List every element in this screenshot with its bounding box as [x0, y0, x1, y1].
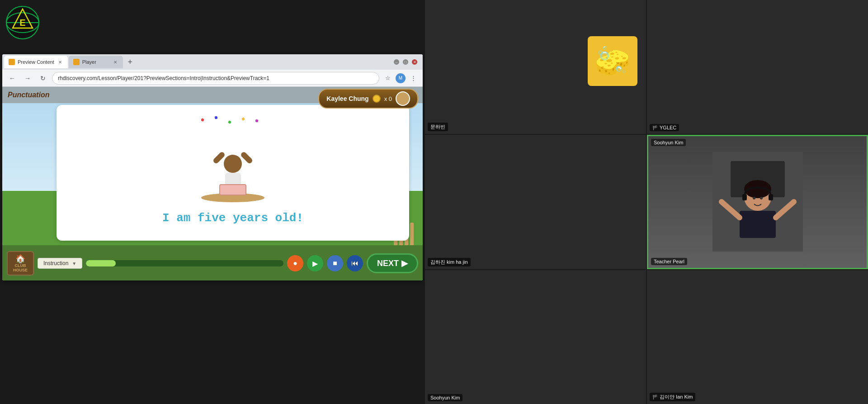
- game-controls-bar: 🏠 CLUB HOUSE Instruction ▼ ● ▶ ■ ⏮ NEXT: [2, 245, 423, 280]
- video-label-munhabin: 문하빈: [428, 123, 448, 131]
- next-label: NEXT: [377, 259, 399, 268]
- participant-name-teacher-pearl: Teacher Pearl: [654, 259, 684, 264]
- spongebob-icon: 🧽: [594, 47, 631, 76]
- next-arrow-icon: ▶: [401, 258, 408, 268]
- ygl-logo: E: [5, 5, 41, 41]
- window-close-button[interactable]: ✕: [412, 59, 417, 65]
- participant-name-munhabin: 문하빈: [430, 124, 445, 130]
- instruction-badge[interactable]: Instruction ▼: [38, 258, 82, 269]
- video-cell-teacher-pearl: Teacher Pearl Soohyun Kim: [647, 135, 868, 269]
- video-cell-kimhajin: 김하진 kim ha jin: [425, 135, 646, 269]
- video-label-kimhajin: 김하진 kim ha jin: [428, 258, 471, 266]
- character-body: [224, 155, 242, 195]
- browser-chrome: Preview Content ✕ Player ✕ + – □ ✕ ←: [2, 54, 423, 87]
- video-feed-yglec: [647, 0, 868, 134]
- tab-preview-content[interactable]: Preview Content ✕: [4, 56, 68, 68]
- game-content: Punctuation Kaylee Chung x 0: [2, 87, 423, 280]
- address-bar[interactable]: rhdiscovery.com/Lesson/Player/201?Previe…: [52, 72, 379, 85]
- video-label-yglec: 🏴 YGLEC: [650, 124, 679, 131]
- svg-point-13: [753, 197, 755, 200]
- tab-player[interactable]: Player ✕: [69, 56, 123, 68]
- clubhouse-button[interactable]: 🏠 CLUB HOUSE: [7, 251, 34, 276]
- spongebob-avatar: 🧽: [588, 36, 637, 86]
- svg-point-14: [760, 197, 763, 200]
- play-button[interactable]: ▶: [307, 255, 323, 271]
- stop-button[interactable]: ■: [327, 255, 343, 271]
- browser-area: E Preview Content ✕ Player ✕ +: [0, 0, 425, 404]
- address-text: rhdiscovery.com/Lesson/Player/201?Previe…: [58, 75, 269, 81]
- rewind-button[interactable]: ⏮: [347, 255, 363, 271]
- game-sentence: I am five years old!: [162, 211, 303, 225]
- tab-preview-close[interactable]: ✕: [57, 59, 63, 65]
- yglec-flag-icon: 🏴: [652, 125, 658, 130]
- bookmark-icon[interactable]: ☆: [382, 72, 394, 84]
- game-title: Punctuation: [8, 91, 49, 99]
- back-button[interactable]: ←: [6, 72, 19, 85]
- video-cell-soohyun: Soohyun Kim: [425, 270, 646, 404]
- instruction-label: Instruction: [43, 260, 68, 266]
- video-conference-area: 문하빈 🏴 YGLEC 김하진 kim ha jin: [425, 0, 868, 404]
- logo-area: E: [5, 5, 41, 41]
- browser-toolbar: ← → ↻ rhdiscovery.com/Lesson/Player/201?…: [2, 70, 423, 87]
- game-title-bar: Punctuation Kaylee Chung x 0: [2, 87, 423, 103]
- ian-flag-icon: 🏴: [652, 394, 658, 399]
- soohyun-overlay-label: Soohyun Kim: [651, 139, 686, 146]
- svg-rect-15: [742, 194, 747, 200]
- player-avatar: [396, 91, 410, 106]
- forward-button[interactable]: →: [21, 72, 34, 85]
- teacher-video-feed: [648, 136, 867, 267]
- clubhouse-house-icon: 🏠: [15, 254, 25, 264]
- video-cell-yglec: 🏴 YGLEC: [647, 0, 868, 134]
- participant-name-ian-kim: 김이얀 Ian Kim: [660, 394, 693, 400]
- profile-icon[interactable]: M: [396, 73, 406, 83]
- fence-post-4: [410, 223, 414, 245]
- progress-bar-container: [86, 260, 283, 266]
- player-favicon: [73, 59, 80, 65]
- score-value: x 0: [384, 95, 392, 102]
- tab-player-label: Player: [82, 59, 109, 65]
- progress-bar-fill: [86, 260, 116, 266]
- game-score-badge: Kaylee Chung x 0: [318, 89, 418, 109]
- score-name: Kaylee Chung: [326, 95, 368, 102]
- browser-window: Preview Content ✕ Player ✕ + – □ ✕ ←: [2, 54, 423, 280]
- browser-tabs: Preview Content ✕ Player ✕ + – □ ✕: [2, 54, 423, 70]
- window-minimize-button[interactable]: –: [394, 59, 399, 65]
- new-tab-button[interactable]: +: [124, 56, 137, 68]
- preview-favicon: [9, 59, 15, 65]
- toolbar-icons: ☆ M ⋮: [382, 72, 419, 84]
- video-label-teacher-pearl: Teacher Pearl: [651, 258, 687, 265]
- participant-name-soohyun: Soohyun Kim: [430, 395, 460, 400]
- game-character: [197, 121, 269, 202]
- refresh-button[interactable]: ↻: [37, 72, 49, 85]
- video-label-ian-kim: 🏴 김이얀 Ian Kim: [650, 393, 695, 401]
- instruction-dropdown-icon: ▼: [72, 261, 76, 266]
- game-card: I am five years old!: [57, 105, 409, 241]
- tab-preview-label: Preview Content: [18, 59, 54, 65]
- svg-rect-16: [769, 194, 773, 200]
- next-button[interactable]: NEXT ▶: [367, 253, 418, 273]
- svg-rect-9: [740, 211, 776, 238]
- record-button[interactable]: ●: [287, 255, 303, 271]
- video-cell-ian-kim: 🏴 김이얀 Ian Kim: [647, 270, 868, 404]
- score-coin-icon: [373, 95, 381, 103]
- video-feed-kimhajin: [425, 135, 646, 269]
- arm-right: [240, 151, 254, 165]
- participant-name-kimhajin: 김하진 kim ha jin: [430, 259, 468, 266]
- birthday-cake: [219, 184, 246, 195]
- video-label-soohyun: Soohyun Kim: [428, 394, 462, 401]
- video-feed-soohyun: [425, 270, 646, 404]
- tab-player-close[interactable]: ✕: [112, 59, 118, 65]
- svg-text:E: E: [19, 18, 25, 28]
- video-feed-ian-kim: [647, 270, 868, 404]
- teacher-illustration: [712, 152, 803, 252]
- window-maximize-button[interactable]: □: [403, 59, 408, 65]
- clubhouse-label-line2: HOUSE: [13, 268, 28, 273]
- character-head: [224, 155, 242, 173]
- menu-icon[interactable]: ⋮: [407, 72, 419, 84]
- participant-name-yglec: YGLEC: [660, 125, 676, 130]
